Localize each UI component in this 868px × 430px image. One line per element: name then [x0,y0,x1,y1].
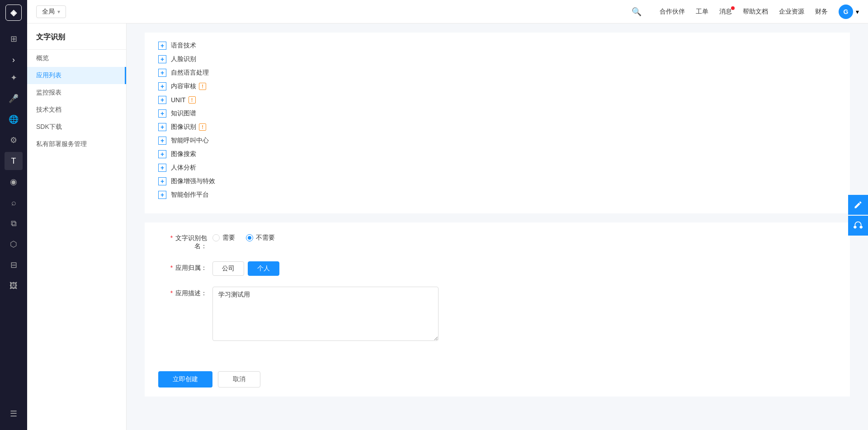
service-label-5: 知识图谱 [171,109,196,118]
sidebar-item-techdoc[interactable]: 技术文档 [27,101,126,118]
nav-expand[interactable]: › [5,51,23,69]
plus-icon-9[interactable]: + [158,164,166,172]
btn-company[interactable]: 公司 [212,261,244,276]
float-headset-button[interactable] [848,216,868,236]
edit-icon [854,200,863,209]
services-list: + 语音技术 + 人脸识别 + 自然语言处理 + 内容审核 ! + [145,33,850,213]
service-item-8: + 图像搜索 [158,150,836,158]
nav-star[interactable]: ✦ [5,69,23,87]
description-textarea[interactable]: 学习测试用 [212,287,439,341]
service-label-3: 内容审核 [171,82,196,90]
global-label: 全局 [42,8,55,16]
secondary-sidebar: 文字识别 概览 应用列表 监控报表 技术文档 SDK下载 私有部署服务管理 [27,24,127,430]
nav-face[interactable]: ◉ [5,173,23,191]
btn-personal[interactable]: 个人 [248,261,279,276]
avatar-chevron: ▾ [856,8,859,15]
service-item-4: + UNIT ! [158,96,836,104]
nav-finance[interactable]: 财务 [815,8,828,16]
radio-no-need[interactable]: 不需要 [246,234,275,242]
nav-globe[interactable]: 🌐 [5,110,23,128]
sidebar-item-overview[interactable]: 概览 [27,50,126,67]
nav-workorder[interactable]: 工单 [696,8,708,16]
cancel-button[interactable]: 取消 [218,371,260,387]
create-button[interactable]: 立即创建 [158,371,212,387]
ocr-alias-control: 需要 不需要 [212,232,836,242]
service-item-6: + 图像识别 ! [158,123,836,131]
nav-partner[interactable]: 合作伙伴 [660,8,685,16]
sidebar-item-monitor[interactable]: 监控报表 [27,84,126,101]
chevron-down-icon: ▾ [57,9,60,15]
avatar: G [839,5,853,19]
form-section: * 文字识别包名： 需要 不需要 [145,222,850,362]
plus-icon-6[interactable]: + [158,123,166,131]
sidebar-title: 文字识别 [27,33,126,50]
nav-text[interactable]: T [5,152,23,170]
nav-robot[interactable]: ⚙ [5,131,23,149]
main-content: + 语音技术 + 人脸识别 + 自然语言处理 + 内容审核 ! + [127,24,868,430]
nav-storage[interactable]: ⊟ [5,256,23,274]
search-icon[interactable]: 🔍 [632,7,642,17]
global-selector[interactable]: 全局 ▾ [36,5,66,18]
radio-need[interactable]: 需要 [212,234,235,242]
nav-mic[interactable]: 🎤 [5,90,23,108]
app-belong-label: * 应用归属： [158,261,212,272]
float-edit-button[interactable] [848,195,868,215]
service-label-7: 智能呼叫中心 [171,137,209,145]
main-wrapper: 全局 ▾ 🔍 合作伙伴 工单 消息 帮助文档 企业资源 财务 G ▾ 文字识别 [27,0,868,430]
service-label-1: 人脸识别 [171,55,196,63]
service-item-10: + 图像增强与特效 [158,177,836,185]
plus-icon-4[interactable]: + [158,96,166,104]
sidebar-item-applist[interactable]: 应用列表 [27,67,126,84]
form-actions: 立即创建 取消 [145,362,850,397]
description-control: 学习测试用 [212,287,836,342]
service-label-2: 自然语言处理 [171,69,209,77]
app-belong-control: 公司 个人 [212,261,836,276]
logo-icon[interactable]: ◈ [5,5,22,21]
nav-layers[interactable]: ⧉ [5,214,23,232]
plus-icon-2[interactable]: + [158,69,166,77]
plus-icon-1[interactable]: + [158,55,166,63]
headset-icon [854,221,863,230]
service-item-7: + 智能呼叫中心 [158,137,836,145]
service-label-6: 图像识别 [171,123,196,131]
service-item-11: + 智能创作平台 [158,191,836,199]
float-buttons [848,195,868,236]
header: 全局 ▾ 🔍 合作伙伴 工单 消息 帮助文档 企业资源 财务 G ▾ [27,0,868,24]
service-item-3: + 内容审核 ! [158,82,836,90]
radio-no-need-circle [246,234,253,241]
form-row-belong: * 应用归属： 公司 个人 [158,261,836,276]
nav-message[interactable]: 消息 [719,8,732,16]
body-area: 文字识别 概览 应用列表 监控报表 技术文档 SDK下载 私有部署服务管理 + … [27,24,868,430]
message-badge-dot [731,6,735,10]
form-row-description: * 应用描述： 学习测试用 [158,287,836,342]
service-label-9: 人体分析 [171,164,196,172]
service-item-5: + 知识图谱 [158,109,836,118]
service-label-4: UNIT [171,96,186,104]
plus-icon-5[interactable]: + [158,109,166,118]
avatar-wrapper[interactable]: G ▾ [839,5,859,19]
service-item-0: + 语音技术 [158,42,836,50]
nav-menu[interactable]: ☰ [5,405,23,423]
service-label-10: 图像增强与特效 [171,177,215,185]
plus-icon-7[interactable]: + [158,137,166,145]
nav-search2[interactable]: ⌕ [5,194,23,212]
header-left: 全局 ▾ [36,5,118,18]
plus-icon-3[interactable]: + [158,82,166,90]
service-item-9: + 人体分析 [158,164,836,172]
nav-help[interactable]: 帮助文档 [743,8,768,16]
service-label-11: 智能创作平台 [171,191,209,199]
ocr-alias-label: * 文字识别包名： [158,232,212,250]
plus-icon-8[interactable]: + [158,150,166,158]
header-nav: 🔍 合作伙伴 工单 消息 帮助文档 企业资源 财务 G ▾ [632,5,859,19]
sidebar-item-private[interactable]: 私有部署服务管理 [27,136,126,153]
radio-need-circle [212,234,220,241]
nav-dashboard[interactable]: ⊞ [5,30,23,48]
sidebar-item-sdk[interactable]: SDK下载 [27,118,126,136]
plus-icon-10[interactable]: + [158,177,166,185]
nav-enterprise[interactable]: 企业资源 [779,8,804,16]
plus-icon-11[interactable]: + [158,191,166,199]
service-label-0: 语音技术 [171,42,196,50]
nav-box3d[interactable]: ⬡ [5,235,23,253]
nav-image[interactable]: 🖼 [5,277,23,295]
plus-icon-0[interactable]: + [158,42,166,50]
